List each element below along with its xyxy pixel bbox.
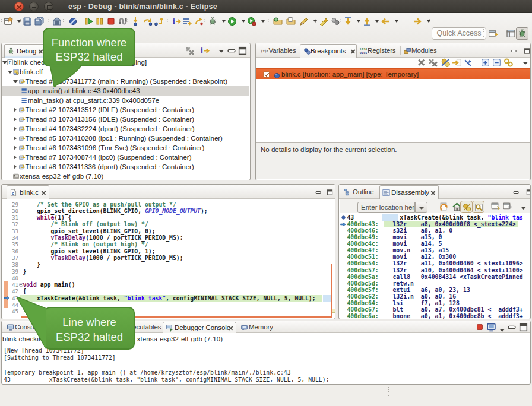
- resume-icon[interactable]: [84, 17, 94, 26]
- remove-all-terminated-icon[interactable]: [185, 46, 195, 56]
- expand-arrow-icon[interactable]: [13, 127, 18, 132]
- maximize-icon[interactable]: [525, 188, 531, 195]
- breakpoint-checkbox[interactable]: [263, 71, 270, 78]
- forward-icon[interactable]: [413, 17, 422, 26]
- tab-outline[interactable]: Outline: [342, 185, 379, 199]
- expand-arrow-icon[interactable]: [13, 118, 18, 122]
- new-view-icon[interactable]: [490, 201, 501, 211]
- mark-occurrences-icon[interactable]: [319, 17, 328, 26]
- tab-registers[interactable]: 10100101Registers: [357, 44, 400, 58]
- instruction-stepping-mode-icon[interactable]: i: [200, 46, 210, 56]
- external-tools-icon[interactable]: [299, 17, 309, 26]
- link-with-debug-icon[interactable]: [504, 58, 514, 68]
- display-console-icon[interactable]: [486, 322, 496, 332]
- instruction-stepping-icon[interactable]: i: [172, 17, 182, 26]
- open-element-icon[interactable]: [273, 17, 283, 26]
- track-expression-toggle[interactable]: [460, 201, 473, 213]
- skip-breakpoints-icon[interactable]: [68, 17, 78, 26]
- profile-icon[interactable]: [247, 17, 256, 26]
- quick-access-box[interactable]: Quick Access: [432, 27, 486, 40]
- minimize-icon[interactable]: [510, 46, 518, 53]
- dropdown-arrow-icon[interactable]: [395, 20, 399, 23]
- debug-tree-row[interactable]: Thread #6 1073431096 (Tmr Svc) (Suspende…: [2, 143, 249, 153]
- debug-tree-row[interactable]: main_task() at cpu_start.c:339 0x400d057…: [2, 96, 249, 105]
- open-resource-icon[interactable]: [286, 17, 296, 26]
- debug-tree-row[interactable]: Thread #2 1073413512 (IDLE) (Suspended :…: [2, 105, 249, 115]
- skip-all-breakpoints-icon[interactable]: [463, 58, 473, 68]
- save-all-icon[interactable]: [34, 17, 44, 26]
- code-editor[interactable]: 29 /* Set the GPIO as a push/pull output…: [2, 199, 334, 318]
- build-icon[interactable]: [52, 17, 62, 26]
- expand-all-icon[interactable]: [480, 58, 490, 68]
- tab-blink-c[interactable]: c blink.c: [7, 185, 49, 199]
- next-annotation-icon[interactable]: [343, 17, 353, 26]
- open-perspective-icon[interactable]: [488, 28, 498, 39]
- debug-tree-row[interactable]: app_main() at blink.c:43 0x400dbc43: [2, 86, 249, 96]
- debug-tree-row[interactable]: xtensa-esp32-elf-gdb (7.10): [2, 172, 249, 180]
- remove-breakpoint-icon[interactable]: [417, 58, 427, 68]
- view-menu-icon[interactable]: [216, 46, 226, 56]
- expand-arrow-icon[interactable]: [13, 137, 18, 141]
- debug-icon[interactable]: [208, 17, 217, 26]
- view-menu-icon[interactable]: [520, 58, 530, 68]
- expand-arrow-icon[interactable]: [13, 108, 18, 113]
- step-into-icon[interactable]: [131, 17, 141, 26]
- pin-view-icon[interactable]: [502, 201, 512, 211]
- tab-disassembly[interactable]: Disassembly: [379, 185, 439, 199]
- tab-debugger-console[interactable]: Debugger Console: [163, 322, 236, 333]
- expand-arrow-icon[interactable]: [13, 146, 18, 151]
- minimize-icon[interactable]: [512, 188, 520, 195]
- run-to-line-icon[interactable]: [194, 17, 204, 26]
- debug-tree-row[interactable]: Thread #5 1073410208 (ipc1 : Running) (S…: [2, 134, 249, 143]
- expand-arrow-icon[interactable]: [13, 165, 18, 170]
- dropdown-arrow-icon[interactable]: [261, 20, 265, 23]
- refresh-icon[interactable]: [439, 202, 449, 212]
- previous-annotation-icon[interactable]: [362, 17, 372, 26]
- close-icon[interactable]: [430, 189, 436, 196]
- save-icon[interactable]: [23, 17, 32, 26]
- dropdown-arrow-icon[interactable]: [242, 20, 246, 23]
- expand-arrow-icon[interactable]: [13, 156, 18, 160]
- minimize-icon[interactable]: [227, 46, 237, 56]
- close-icon[interactable]: [350, 48, 356, 55]
- dropdown-arrow-icon[interactable]: [357, 20, 361, 23]
- step-over-icon[interactable]: [143, 17, 153, 26]
- cpp-perspective-icon[interactable]: [506, 28, 516, 39]
- window-close-button[interactable]: [14, 2, 24, 11]
- breakpoint-row[interactable]: blink.c [function: app_main] [type: Temp…: [256, 68, 530, 79]
- debug-tree-row[interactable]: Thread #8 1073411336 (dport) (Suspended …: [2, 162, 249, 172]
- tab-breakpoints[interactable]: Breakpoints: [300, 44, 357, 58]
- window-minimize-button[interactable]: [29, 2, 39, 11]
- remove-all-breakpoints-icon[interactable]: [428, 58, 438, 68]
- debug-tree-row[interactable]: Thread #1 1073411772 (main : Running) (S…: [2, 77, 249, 86]
- disassembly-listing[interactable]: 43 xTaskCreate(&blink_task, "blink_tas40…: [340, 213, 530, 318]
- maximize-icon[interactable]: [523, 46, 531, 53]
- go-to-file-icon[interactable]: [452, 58, 462, 68]
- close-icon[interactable]: [40, 189, 47, 196]
- close-icon[interactable]: [227, 325, 234, 331]
- location-input[interactable]: Enter location here: [357, 202, 415, 213]
- pin-editor-icon[interactable]: [331, 17, 340, 26]
- tab-modules[interactable]: Modules: [402, 44, 435, 58]
- maximize-icon[interactable]: [518, 322, 528, 332]
- debug-tree-row[interactable]: Thread #3 1073413156 (IDLE) (Suspended :…: [2, 115, 249, 124]
- tab-memory[interactable]: Memory: [237, 322, 282, 333]
- back-icon[interactable]: [381, 17, 390, 26]
- suspend-icon[interactable]: [95, 17, 104, 26]
- step-return-icon[interactable]: [154, 17, 163, 26]
- dropdown-arrow-icon[interactable]: [222, 20, 226, 23]
- maximize-icon[interactable]: [326, 188, 334, 195]
- view-menu-icon[interactable]: [518, 202, 528, 212]
- minimize-icon[interactable]: [315, 188, 322, 195]
- maximize-icon[interactable]: [238, 46, 248, 56]
- dropdown-arrow-icon[interactable]: [375, 20, 379, 23]
- collapse-arrow-icon[interactable]: [13, 80, 18, 84]
- window-maximize-button[interactable]: [44, 2, 53, 11]
- new-wizard-icon[interactable]: [4, 17, 13, 26]
- show-breakpoints-icon[interactable]: [441, 58, 451, 68]
- terminate-icon[interactable]: [476, 323, 484, 331]
- minimize-icon[interactable]: [507, 322, 517, 332]
- show-source-toggle[interactable]: [472, 201, 484, 213]
- debug-tree-row[interactable]: blink.elf: [2, 67, 249, 77]
- location-dropdown-button[interactable]: [415, 202, 428, 213]
